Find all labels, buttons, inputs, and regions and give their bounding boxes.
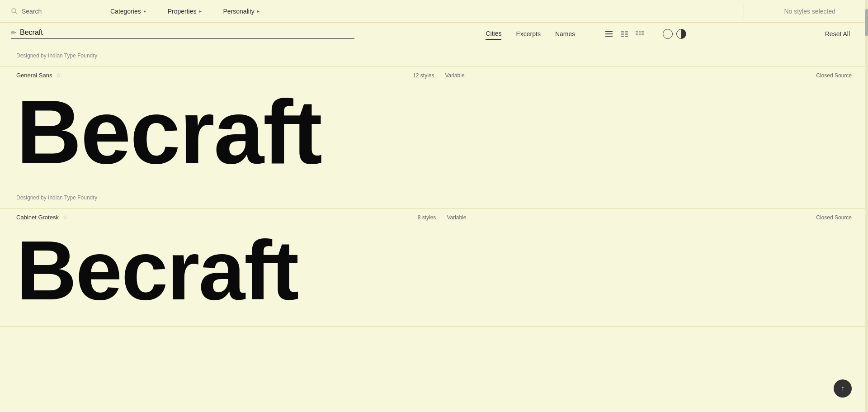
two-column-icon <box>619 29 629 39</box>
tab-excerpts[interactable]: Excerpts <box>516 28 540 39</box>
categories-label: Categories <box>110 8 141 15</box>
personality-chevron-icon: ▸ <box>257 9 259 14</box>
font-card-cabinet-grotesk-header: Cabinet Grotesk ☆ 8 styles Variable Clos… <box>0 208 868 224</box>
font-name-area-cabinet-grotesk: Cabinet Grotesk ☆ <box>16 214 68 221</box>
single-column-icon <box>604 29 614 39</box>
font-source-general-sans: Closed Source <box>816 72 852 79</box>
font-preview-general-sans: Becraft <box>0 82 868 191</box>
font-card-general-sans-footer: Designed by Indian Type Foundry <box>0 191 868 208</box>
font-name-general-sans: General Sans <box>16 72 52 79</box>
pencil-icon: ✏ <box>11 29 16 36</box>
layout-controls <box>593 29 656 39</box>
font-preview-cabinet-grotesk: Becraft <box>0 224 868 326</box>
tab-names[interactable]: Names <box>555 28 575 39</box>
font-source-label-cabinet-grotesk: Closed Source <box>816 214 852 221</box>
font-card-general-sans: General Sans ☆ 12 styles Variable Closed… <box>0 66 868 208</box>
second-navigation: ✏ Cities Excerpts Names <box>0 23 868 45</box>
no-styles-area: No styles selected <box>762 8 857 15</box>
scrollbar-thumb[interactable] <box>865 9 868 36</box>
personality-nav-item[interactable]: Personality ▸ <box>223 8 259 15</box>
content-tabs: Cities Excerpts Names <box>486 28 593 40</box>
favorite-star-general-sans[interactable]: ☆ <box>56 72 61 79</box>
no-styles-label: No styles selected <box>784 8 835 15</box>
font-meta-general-sans: 12 styles Variable <box>413 72 465 79</box>
layout-three-column-button[interactable] <box>635 29 645 39</box>
font-styles-count-general-sans: 12 styles <box>413 72 434 79</box>
properties-nav-item[interactable]: Properties ▸ <box>168 8 202 15</box>
search-label: Search <box>22 8 42 15</box>
tab-cities[interactable]: Cities <box>486 28 501 40</box>
light-theme-button[interactable] <box>663 29 673 39</box>
font-variable-cabinet-grotesk: Variable <box>447 214 466 221</box>
properties-chevron-icon: ▸ <box>199 9 202 14</box>
search-input-area[interactable]: ✏ <box>11 28 354 39</box>
personality-label: Personality <box>223 8 255 15</box>
font-name-area-general-sans: General Sans ☆ <box>16 72 61 79</box>
font-preview-text-cabinet-grotesk: Becraft <box>16 224 298 317</box>
layout-two-column-button[interactable] <box>619 29 629 39</box>
font-source-cabinet-grotesk: Closed Source <box>816 214 852 221</box>
search-input[interactable] <box>20 28 354 37</box>
theme-controls <box>656 29 693 39</box>
layout-single-column-button[interactable] <box>604 29 614 39</box>
font-card-cabinet-grotesk: Cabinet Grotesk ☆ 8 styles Variable Clos… <box>0 208 868 327</box>
font-styles-count-cabinet-grotesk: 8 styles <box>418 214 436 221</box>
font-card-first-designer: Designed by Indian Type Foundry <box>16 52 97 59</box>
font-card-general-sans-header: General Sans ☆ 12 styles Variable Closed… <box>0 66 868 82</box>
properties-label: Properties <box>168 8 197 15</box>
nav-items: Categories ▸ Properties ▸ Personality ▸ <box>110 8 726 15</box>
search-area[interactable]: Search <box>11 8 92 15</box>
favorite-star-cabinet-grotesk[interactable]: ☆ <box>62 214 68 221</box>
categories-nav-item[interactable]: Categories ▸ <box>110 8 146 15</box>
font-meta-cabinet-grotesk: 8 styles Variable <box>418 214 467 221</box>
font-name-cabinet-grotesk: Cabinet Grotesk <box>16 214 59 221</box>
font-designer-general-sans: Designed by Indian Type Foundry <box>16 194 97 201</box>
font-preview-text-general-sans: Becraft <box>16 82 321 182</box>
nav-divider <box>744 4 744 19</box>
three-column-icon <box>635 29 645 39</box>
dark-theme-button[interactable] <box>676 29 686 39</box>
font-card-first-footer: Designed by Indian Type Foundry <box>0 45 868 66</box>
top-navigation: Search Categories ▸ Properties ▸ Persona… <box>0 0 868 23</box>
categories-chevron-icon: ▸ <box>144 9 146 14</box>
font-variable-general-sans: Variable <box>445 72 465 79</box>
font-card-first: Designed by Indian Type Foundry <box>0 45 868 66</box>
font-cards-list: Designed by Indian Type Foundry General … <box>0 45 868 327</box>
font-source-label-general-sans: Closed Source <box>816 72 852 79</box>
reset-all-button[interactable]: Reset All <box>825 30 857 38</box>
svg-line-1 <box>15 12 17 14</box>
scroll-to-top-button[interactable]: ↑ <box>834 379 852 398</box>
search-icon <box>11 8 18 15</box>
scrollbar-track <box>865 0 868 412</box>
